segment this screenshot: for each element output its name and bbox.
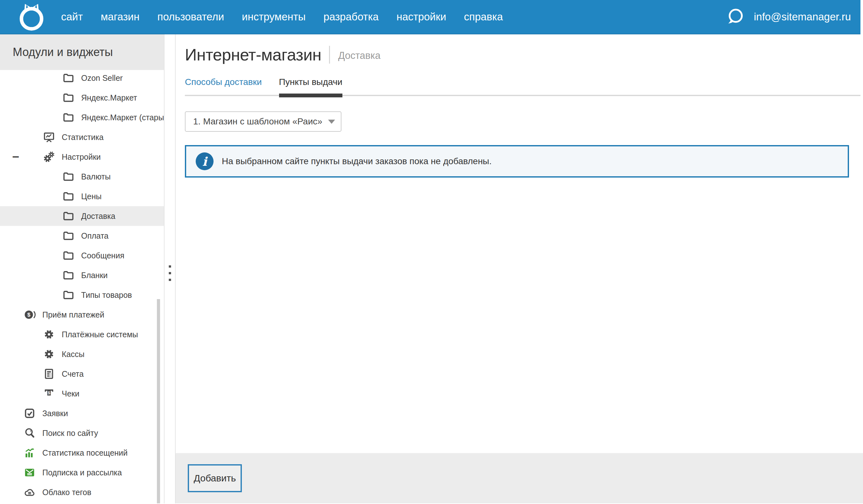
sidebar-item-label: Кассы [62,350,84,359]
sidebar-item-label: Доставка [81,212,115,221]
sidebar-item-label: Цены [81,192,101,201]
tab-2[interactable]: Пункты выдачи [279,75,342,95]
sidebar-item-label: Чеки [62,389,79,398]
sidebar-item[interactable]: Платёжные системы [0,325,164,344]
sidebar-item-label: Яндекс.Маркет [81,93,137,102]
sidebar-item-label: Статистика посещений [42,448,128,457]
sidebar-item-label: Настройки [62,152,101,162]
sidebar-item[interactable]: Доставка [0,206,164,226]
presentation-chart-icon [43,131,55,143]
add-button[interactable]: Добавить [188,464,242,492]
sidebar-item-label: Яндекс.Маркет (старый) [81,113,164,122]
sidebar-item[interactable]: Бланки [0,265,164,285]
collapse-toggle-icon[interactable]: − [12,151,19,163]
sidebar-item-label: Заявки [42,409,68,418]
sidebar-item[interactable]: Яндекс.Маркет [0,88,164,108]
sidebar-item[interactable]: Поиск по сайту [0,423,164,443]
folder-icon [62,190,74,202]
menu-item-7[interactable]: справка [455,11,512,23]
sidebar-resize-handle[interactable] [164,34,176,503]
top-navigation-bar: сайтмагазинпользователиинструментыразраб… [0,0,863,34]
folder-icon [62,210,74,222]
sidebar-item[interactable]: Статистика [0,127,164,147]
sidebar-item[interactable]: +Заявки [0,403,164,423]
sidebar-item-label: Облако тегов [42,488,91,497]
sidebar-item-label: Статистика [62,133,103,142]
sidebar-item-label: Бланки [81,271,108,280]
receipt-icon: $ [43,388,55,400]
sidebar-item-label: Приём платежей [42,310,104,319]
svg-text:$: $ [48,390,50,395]
sidebar-item-label: Счета [62,369,84,379]
info-icon: i [196,152,213,170]
sidebar-title: Модули и виджеты [0,34,164,70]
sidebar-item[interactable]: Яндекс.Маркет (старый) [0,108,164,127]
chat-bubble-icon[interactable] [725,7,746,27]
sidebar-item-label: Типы товаров [81,290,132,300]
invoice-icon [43,368,55,380]
sidebar-item[interactable]: −Настройки [0,147,164,167]
menu-item-1[interactable]: сайт [52,11,92,23]
page-title: Интернет-магазин [185,45,321,64]
sidebar-item[interactable]: Ozon Seller [0,68,164,88]
sidebar-item[interactable]: Счета [0,364,164,384]
sidebar-item[interactable]: −$Приём платежей [0,305,164,325]
sidebar-item-label: Ozon Seller [81,74,123,83]
info-alert-text: На выбранном сайте пункты выдачи заказов… [222,156,492,166]
tag-cloud-icon [24,486,36,498]
sidebar-item[interactable]: Облако тегов [0,482,164,502]
sidebar-item-label: Поиск по сайту [42,429,98,438]
page-subtitle: Доставка [338,48,380,61]
folder-icon [62,111,74,124]
menu-item-3[interactable]: пользователи [149,11,233,23]
topbar-contact: info@sitemanager.ru [725,7,851,27]
menu-item-2[interactable]: магазин [92,11,148,23]
tab-bar: Способы доставкиПункты выдачи [185,75,861,96]
folder-icon [62,250,74,262]
sidebar-item-label: Платёжные системы [62,330,138,339]
bar-chart-icon [24,447,36,459]
tab-1[interactable]: Способы доставки [185,75,262,95]
site-select-dropdown[interactable]: 1. Магазин с шаблоном «Раис» [185,111,341,132]
sidebar-modules: Модули и виджеты Ozon SellerЯндекс.Марке… [0,34,164,503]
gear-icon [43,348,55,360]
sidebar-item-label: Оплата [81,231,109,241]
menu-item-4[interactable]: инструменты [233,11,314,23]
page-head: Интернет-магазин Доставка [185,45,863,64]
module-tree: Ozon SellerЯндекс.МаркетЯндекс.Маркет (с… [0,68,164,502]
sidebar-item-label: Сообщения [81,251,124,260]
sitemanager-logo-icon[interactable] [16,1,47,33]
menu-item-5[interactable]: разработка [315,11,388,23]
sidebar-item[interactable]: Оплата [0,226,164,245]
gear-icon [43,328,55,340]
sidebar-item-label: Валюты [81,172,111,181]
sidebar-item[interactable]: Сообщения [0,245,164,265]
title-divider [329,46,330,64]
folder-icon [62,171,74,182]
sidebar-item[interactable]: Подписка и рассылка [0,463,164,482]
sidebar-item[interactable]: Статистика посещений [0,443,164,463]
sidebar-item[interactable]: Типы товаров [0,285,164,305]
window-scroll-gap [861,0,863,34]
sidebar-item-label: Подписка и рассылка [42,468,122,477]
sidebar-item[interactable]: $Чеки [0,384,164,403]
menu-item-6[interactable]: настройки [388,11,455,23]
drag-dots-icon [168,261,171,286]
search-icon [24,427,36,439]
folder-icon [62,269,74,281]
folder-icon [62,72,74,84]
footer-action-bar: Добавить [176,453,863,503]
sidebar-item[interactable]: Валюты [0,167,164,187]
folder-icon [62,289,74,301]
sidebar-item[interactable]: Кассы [0,344,164,364]
chevron-down-icon [328,119,335,124]
envelope-icon [24,466,36,479]
sidebar-item[interactable]: Цены [0,187,164,206]
sidebar-scrollbar-thumb[interactable] [157,299,160,503]
folder-icon [62,92,74,104]
folder-icon [62,230,74,242]
svg-text:$: $ [27,312,30,318]
gears-icon [43,151,55,163]
site-select-value: 1. Магазин с шаблоном «Раис» [193,116,322,127]
contact-email-link[interactable]: info@sitemanager.ru [754,11,851,23]
